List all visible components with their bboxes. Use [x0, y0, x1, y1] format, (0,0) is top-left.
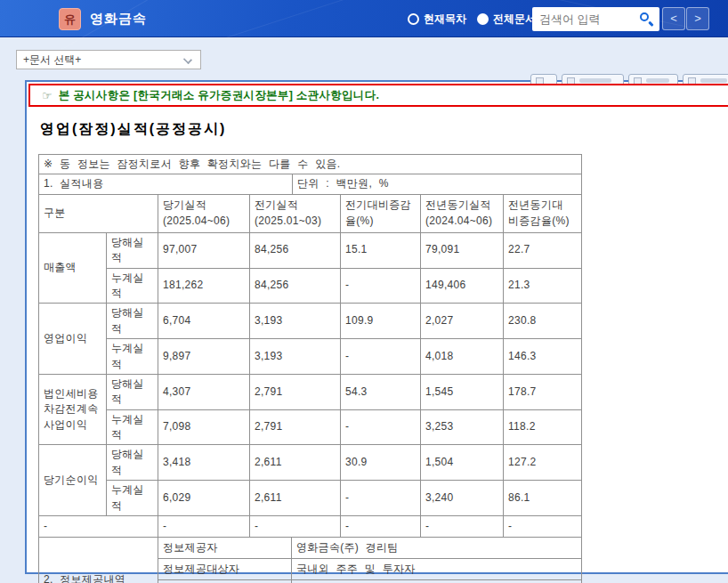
- value-cell: -: [421, 516, 504, 538]
- disclosure-table: ※ 동 정보는 잠정치로서 향후 확정치와는 다를 수 있음. 1. 실적내용 …: [38, 154, 582, 583]
- radio-current-toc[interactable]: 현재목차: [408, 12, 466, 27]
- value-cell: 2,027: [421, 304, 504, 339]
- header-line: (2024.04~06): [425, 214, 498, 229]
- radio-unselected-icon[interactable]: [408, 13, 419, 25]
- info-value: 영화금속(주) 경리팀: [292, 538, 582, 559]
- row-group-label: 영업이익: [39, 304, 107, 375]
- radio-whole-document-label: 전체문서: [493, 12, 536, 27]
- value-cell: 178.7: [504, 374, 582, 409]
- value-cell: 9,897: [158, 339, 250, 375]
- header-line: 비증감율(%): [508, 214, 577, 229]
- table-row: 2. 정보제공내역 정보제공자 영화금속(주) 경리팀: [39, 538, 582, 559]
- value-cell: 21.3: [504, 268, 582, 304]
- chevron-down-icon: [183, 55, 192, 64]
- jurisdiction-notice-text: 본 공시사항은 [한국거래소 유가증권시장본부] 소관사항입니다.: [59, 88, 380, 103]
- info-key: 정보제공(예정)일시: [158, 580, 292, 583]
- value-cell: 1,504: [421, 445, 504, 481]
- value-cell: 3,418: [158, 445, 250, 481]
- table-row: 누계실적 181,262 84,256 - 149,406 21.3: [39, 268, 582, 304]
- info-value: 2025.08.04: [292, 580, 582, 583]
- row-group-label: 당기순이익: [39, 445, 107, 516]
- search-icon-circle: [640, 12, 649, 21]
- prev-button[interactable]: <: [662, 7, 685, 30]
- value-cell: 1,545: [421, 374, 504, 409]
- company-name: 영화금속: [90, 11, 147, 28]
- row-kind: 당해실적: [107, 304, 158, 339]
- row-kind: 누계실적: [107, 481, 158, 516]
- value-cell: 118.2: [504, 409, 582, 445]
- table-row: 당기순이익 당해실적 3,418 2,611 30.9 1,504 127.2: [39, 445, 582, 481]
- row-kind: 당해실적: [107, 374, 158, 409]
- value-cell: 4,018: [421, 339, 504, 375]
- row-kind: 당해실적: [107, 232, 158, 268]
- decor-line: [226, 0, 378, 38]
- next-button[interactable]: >: [686, 7, 709, 30]
- header-line: 전기대비증감: [345, 198, 416, 213]
- value-cell: -: [341, 268, 421, 304]
- search-icon-handle: [648, 21, 653, 27]
- top-header-bar: 유 영화금속 현재목차 전체문서 < >: [0, 0, 728, 37]
- value-cell: 54.3: [341, 374, 421, 409]
- value-cell: -: [250, 516, 341, 538]
- value-cell: 127.2: [504, 445, 582, 481]
- value-cell: -: [39, 516, 158, 538]
- value-cell: 6,029: [158, 481, 250, 516]
- row-kind: 누계실적: [107, 268, 158, 304]
- search-box: [532, 7, 659, 31]
- value-cell: 2,611: [250, 481, 341, 516]
- header-qoq-change: 전기대비증감 율(%): [341, 194, 421, 232]
- value-cell: -: [158, 516, 250, 538]
- value-cell: 3,240: [421, 481, 504, 516]
- search-icon[interactable]: [639, 12, 654, 27]
- value-cell: 79,091: [421, 232, 504, 268]
- value-cell: 2,611: [250, 445, 341, 481]
- value-cell: 2,791: [250, 409, 341, 445]
- value-cell: 15.1: [341, 232, 421, 268]
- header-line: 전년동기대: [508, 198, 577, 213]
- table-row: 누계실적 9,897 3,193 - 4,018 146.3: [39, 339, 582, 375]
- value-cell: -: [341, 481, 421, 516]
- toolbar-button-label-clipped: [579, 78, 611, 83]
- search-scope-radio-group: 현재목차 전체문서: [408, 0, 536, 37]
- value-cell: 2,791: [250, 374, 341, 409]
- value-cell: 146.3: [504, 339, 582, 375]
- row-kind: 누계실적: [107, 339, 158, 375]
- header-gubun: 구분: [39, 194, 158, 232]
- value-cell: 86.1: [504, 481, 582, 516]
- value-cell: -: [504, 516, 582, 538]
- document-select[interactable]: +문서 선택+: [16, 50, 201, 69]
- value-cell: 3,193: [250, 304, 341, 339]
- radio-selected-icon[interactable]: [477, 13, 489, 25]
- table-row: 매출액 당해실적 97,007 84,256 15.1 79,091 22.7: [39, 232, 582, 268]
- header-line: (2025.01~03): [255, 214, 336, 229]
- row-kind: 당해실적: [107, 445, 158, 481]
- value-cell: 7,098: [158, 409, 250, 445]
- info-value: 국내외 주주 및 투자자: [292, 559, 582, 580]
- section1-label: 1. 실적내용: [39, 174, 293, 194]
- value-cell: 181,262: [158, 268, 250, 304]
- radio-whole-document[interactable]: 전체문서: [477, 12, 536, 27]
- header-yoy-change: 전년동기대 비증감율(%): [504, 194, 582, 232]
- radio-current-toc-label: 현재목차: [424, 12, 466, 27]
- table-row-empty: - - - - - -: [39, 516, 582, 538]
- search-input[interactable]: [538, 12, 639, 27]
- unit-label: 단위 : 백만원, %: [293, 174, 582, 194]
- header-yoy-period: 전년동기실적 (2024.04~06): [421, 194, 504, 232]
- value-cell: 84,256: [250, 268, 341, 304]
- value-cell: 84,256: [250, 232, 341, 268]
- info-key: 정보제공대상자: [158, 559, 292, 580]
- value-cell: 97,007: [158, 232, 250, 268]
- value-cell: 230.8: [504, 304, 582, 339]
- header-line: 당기실적: [163, 198, 245, 213]
- value-cell: 3,253: [421, 409, 504, 445]
- header-previous-period: 전기실적 (2025.01~03): [250, 194, 341, 232]
- value-cell: -: [341, 409, 421, 445]
- header-line: 전년동기실적: [425, 198, 498, 213]
- section2-label: 2. 정보제공내역: [39, 538, 158, 583]
- toolbar-button-label-clipped: [646, 78, 669, 83]
- row-group-label: 법인세비용차감전계속사업이익: [39, 374, 107, 445]
- row-group-label: 매출액: [39, 232, 107, 304]
- table-row: 누계실적 6,029 2,611 - 3,240 86.1: [39, 481, 582, 516]
- provisional-note: ※ 동 정보는 잠정치로서 향후 확정치와는 다를 수 있음.: [39, 155, 582, 174]
- value-cell: -: [341, 339, 421, 375]
